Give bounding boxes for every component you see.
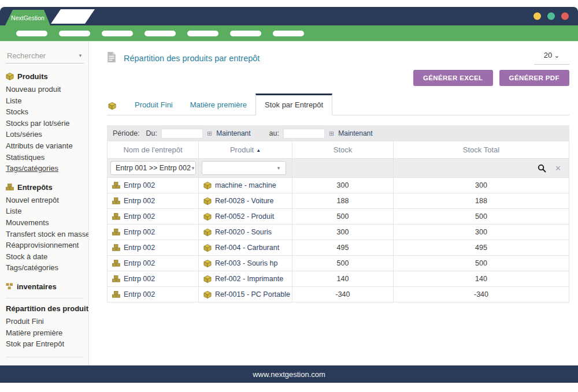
warehouse-cell: Entrp 002 bbox=[124, 275, 155, 283]
tab-mati-re-premi-re[interactable]: Matière première bbox=[181, 95, 255, 115]
sidebar-item[interactable]: Lots/séries bbox=[6, 129, 84, 140]
stock-total-cell: 140 bbox=[394, 271, 569, 287]
product-filter-select[interactable]: ▼ bbox=[202, 161, 286, 175]
nav-item-placeholder[interactable] bbox=[187, 31, 218, 36]
chevron-down-icon: ▼ bbox=[276, 166, 281, 171]
chevron-down-icon: ▼ bbox=[78, 53, 83, 58]
stock-total-cell: 300 bbox=[394, 178, 569, 193]
calendar-icon[interactable]: ⊞ bbox=[329, 130, 334, 137]
stock-cell: 300 bbox=[292, 225, 394, 240]
now-link-to[interactable]: Maintenant bbox=[338, 129, 372, 137]
sidebar-item[interactable]: Liste bbox=[6, 95, 84, 107]
report-nav-item[interactable]: Matière première bbox=[6, 327, 84, 339]
window-dot-green[interactable] bbox=[547, 13, 555, 20]
warehouse-filter-select[interactable]: Entrp 001 >> Entrp 002 ▼ bbox=[110, 161, 196, 175]
sidebar-item[interactable]: Stocks bbox=[6, 106, 84, 118]
period-to-input[interactable] bbox=[283, 129, 325, 139]
sidebar-item[interactable]: Nouvel entrepôt bbox=[6, 195, 84, 206]
nav-item-placeholder[interactable] bbox=[144, 31, 176, 36]
nav-item-placeholder[interactable] bbox=[273, 31, 304, 36]
page-title: Répartition des produits par entrepôt bbox=[124, 54, 260, 63]
table-row[interactable]: Entrp 002Ref-0020 - Souris300300 bbox=[108, 225, 569, 240]
table-row[interactable]: Entrp 002Ref-0052 - Produit500500 bbox=[108, 209, 569, 225]
tabs: Produit FiniMatière premièreStok par Ent… bbox=[107, 94, 569, 115]
browser-tab-placeholder[interactable] bbox=[51, 9, 95, 24]
report-nav-item[interactable]: Stok par Entrepôt bbox=[6, 338, 84, 350]
search-placeholder: Rechercher bbox=[7, 51, 46, 60]
sidebar-sections: ProduitsNouveau produitListeStocksStocks… bbox=[6, 72, 84, 291]
sidebar-item[interactable]: Tags/catégories bbox=[6, 262, 84, 274]
sidebar-item[interactable]: Tags/catégories bbox=[6, 163, 84, 174]
product-cell: Ref-004 - Carburant bbox=[215, 244, 279, 252]
browser-top-bar: NextGestion bbox=[0, 7, 578, 25]
product-cell: Ref-0020 - Souris bbox=[215, 228, 272, 236]
main-content: Répartition des produits par entrepôt 20… bbox=[89, 42, 578, 365]
warehouse-cell: Entrp 002 bbox=[124, 228, 155, 236]
sidebar-section-title[interactable]: Entrepôts bbox=[6, 183, 84, 192]
warehouse-cell: Entrp 002 bbox=[124, 212, 155, 221]
period-from-input[interactable] bbox=[161, 129, 203, 139]
footer-bar: www.nextgestion.com bbox=[0, 365, 578, 383]
nav-item-placeholder[interactable] bbox=[230, 31, 261, 36]
package-icon bbox=[203, 213, 212, 221]
package-icon bbox=[107, 102, 117, 115]
warehouse-cell: Entrp 002 bbox=[124, 197, 155, 205]
report-nav-item[interactable]: Produit Fini bbox=[6, 316, 84, 327]
table-body: Entrp 002machine - machine300300Entrp 00… bbox=[108, 178, 569, 303]
stock-cell: 140 bbox=[292, 271, 394, 287]
warehouse-icon bbox=[112, 291, 120, 298]
sidebar-section-title[interactable]: inventaires bbox=[6, 282, 84, 291]
sidebar-item[interactable]: Mouvements bbox=[6, 217, 84, 229]
package-icon bbox=[203, 291, 212, 298]
nav-item-placeholder[interactable] bbox=[102, 31, 133, 36]
column-header[interactable]: Stock bbox=[292, 141, 394, 159]
generate-pdf-button[interactable]: GÉNÉRER PDF bbox=[499, 70, 569, 86]
warehouse-cell: Entrp 002 bbox=[124, 290, 155, 298]
warehouse-icon bbox=[112, 182, 120, 189]
sidebar-item[interactable]: Attributs de variante bbox=[6, 140, 84, 152]
sidebar-item[interactable]: Réapprovisionnement bbox=[6, 240, 84, 251]
main-nav-bar bbox=[0, 25, 578, 42]
period-label: Période: bbox=[113, 129, 140, 137]
product-cell: Ref-0028 - Voiture bbox=[215, 197, 273, 205]
table-row[interactable]: Entrp 002Ref-004 - Carburant495495 bbox=[108, 240, 569, 256]
table-row[interactable]: Entrp 002Ref-003 - Souris hp500500 bbox=[108, 256, 569, 271]
table-row[interactable]: Entrp 002Ref-0015 - PC Portable-340-340 bbox=[108, 287, 569, 303]
table-filter-row: Entrp 001 >> Entrp 002 ▼ ▼ bbox=[108, 159, 569, 178]
package-icon bbox=[203, 197, 212, 205]
nav-item-placeholder[interactable] bbox=[16, 31, 47, 36]
warehouse-cell: Entrp 002 bbox=[124, 244, 155, 252]
sidebar-item[interactable]: Liste bbox=[6, 206, 84, 217]
calendar-icon[interactable]: ⊞ bbox=[207, 130, 212, 137]
clear-filter-icon[interactable]: ✕ bbox=[555, 164, 561, 173]
brand-logo[interactable]: NextGestion bbox=[5, 10, 50, 25]
sidebar-section-title[interactable]: Produits bbox=[6, 72, 84, 81]
sidebar-search-select[interactable]: Rechercher ▼ bbox=[6, 50, 84, 64]
nav-item-placeholder[interactable] bbox=[59, 31, 90, 36]
period-to-label: au: bbox=[269, 129, 279, 137]
tab-stok-par-entrep-t[interactable]: Stok par Entrepôt bbox=[255, 94, 332, 115]
report-nav-title[interactable]: Répartition des produit... bbox=[6, 304, 84, 313]
search-icon[interactable] bbox=[538, 164, 546, 173]
now-link-from[interactable]: Maintenant bbox=[216, 129, 250, 137]
sidebar-item[interactable]: Nouveau produit bbox=[6, 84, 84, 95]
table-row[interactable]: Entrp 002machine - machine300300 bbox=[108, 178, 569, 193]
column-header[interactable]: Nom de l'entrepôt bbox=[108, 141, 199, 159]
sidebar-item[interactable]: Stock à date bbox=[6, 251, 84, 263]
generate-excel-button[interactable]: GÉNÉRER EXCEL bbox=[413, 70, 493, 86]
sidebar-item[interactable]: Statistiques bbox=[6, 152, 84, 163]
stock-table: Nom de l'entrepôtProduit▲StockStock Tota… bbox=[107, 141, 569, 303]
sidebar-item[interactable]: Stocks par lot/série bbox=[6, 118, 84, 129]
sidebar-item[interactable]: Transfert stock en masse bbox=[6, 229, 84, 240]
window-dot-red[interactable] bbox=[561, 13, 569, 20]
page-size-select[interactable]: 20 ⌄ bbox=[534, 50, 569, 65]
package-icon bbox=[6, 73, 14, 80]
table-row[interactable]: Entrp 002Ref-002 - Imprimante140140 bbox=[108, 271, 569, 287]
chevron-down-icon: ▼ bbox=[191, 166, 195, 171]
column-header[interactable]: Stock Total bbox=[394, 141, 569, 159]
column-header[interactable]: Produit▲ bbox=[199, 141, 292, 159]
table-row[interactable]: Entrp 002Ref-0028 - Voiture188188 bbox=[108, 193, 569, 209]
window-dot-yellow[interactable] bbox=[533, 13, 541, 20]
tab-produit-fini[interactable]: Produit Fini bbox=[126, 95, 181, 115]
stock-cell: 495 bbox=[292, 240, 394, 256]
